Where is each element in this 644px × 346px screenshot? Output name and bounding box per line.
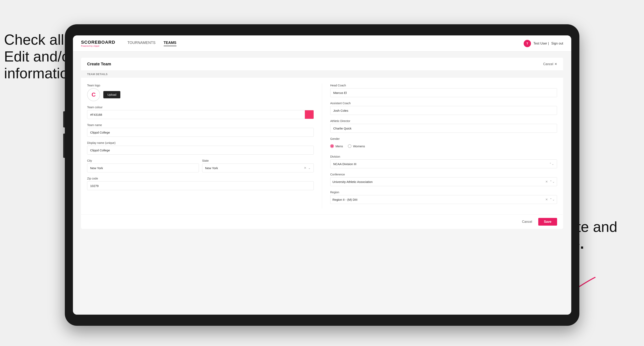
tablet-button-volume-down: [63, 134, 65, 158]
form-left: Team logo C Upload Team colour: [87, 84, 322, 208]
logo-upload-area: C Upload: [87, 88, 314, 101]
state-select[interactable]: New York ✕ ⌄: [202, 164, 314, 173]
chevron-down-icon: ⌄: [308, 166, 311, 170]
close-icon: ✕: [554, 62, 557, 66]
footer-cancel-button[interactable]: Cancel: [519, 218, 536, 226]
team-colour-input[interactable]: [87, 110, 305, 119]
team-colour-label: Team colour: [87, 106, 314, 109]
head-coach-label: Head Coach: [330, 84, 557, 87]
region-value: Region II - (M) DIII: [332, 198, 357, 201]
panel-footer: Cancel Save: [81, 214, 563, 229]
state-label: State: [202, 159, 314, 162]
nav-teams[interactable]: TEAMS: [164, 41, 176, 46]
nav-tournaments[interactable]: TOURNAMENTS: [128, 41, 156, 46]
navbar: SCOREBOARD Powered by clippd TOURNAMENTS…: [73, 35, 571, 52]
city-input[interactable]: [87, 164, 199, 173]
conference-select-controls: ✕ ⌃⌄: [545, 180, 555, 183]
logo-text: SCOREBOARD: [81, 40, 115, 45]
assistant-coach-label: Assistant Coach: [330, 102, 557, 105]
logo-sub: Powered by clippd: [81, 45, 115, 47]
state-group: State New York ✕ ⌄: [202, 159, 314, 173]
tablet-frame: SCOREBOARD Powered by clippd TOURNAMENTS…: [65, 24, 580, 326]
tablet-screen: SCOREBOARD Powered by clippd TOURNAMENTS…: [73, 35, 571, 315]
gender-womens-option[interactable]: Womens: [348, 144, 365, 148]
user-avatar: T: [524, 40, 531, 47]
head-coach-group: Head Coach: [330, 84, 557, 97]
form-body: Team logo C Upload Team colour: [81, 78, 563, 214]
zip-input[interactable]: [87, 181, 314, 190]
display-name-group: Display name (unique): [87, 141, 314, 155]
gender-radio-group: Mens Womens: [330, 142, 557, 151]
conference-label: Conference: [330, 173, 557, 176]
clear-region-icon[interactable]: ✕: [545, 198, 548, 201]
team-name-input[interactable]: [87, 128, 314, 137]
gender-mens-label: Mens: [336, 145, 343, 148]
head-coach-input[interactable]: [330, 88, 557, 97]
team-name-group: Team name: [87, 123, 314, 137]
conference-select[interactable]: University Athletic Association ✕ ⌃⌄: [330, 177, 557, 186]
division-value: NCAA Division III: [333, 162, 356, 166]
upload-button[interactable]: Upload: [103, 91, 120, 98]
athletic-director-label: Athletic Director: [330, 119, 557, 123]
conference-chevron-icon: ⌃⌄: [550, 180, 555, 183]
conference-value: University Athletic Association: [332, 180, 372, 183]
cancel-header-button[interactable]: Cancel ✕: [543, 62, 557, 66]
state-select-controls: ✕ ⌄: [304, 166, 311, 170]
gender-mens-option[interactable]: Mens: [330, 144, 343, 148]
sign-out-link[interactable]: Sign out: [551, 42, 563, 45]
tablet-button-volume-up: [63, 111, 65, 128]
gender-group: Gender Mens Womens: [330, 137, 557, 151]
logo-area: SCOREBOARD Powered by clippd: [81, 40, 115, 47]
color-input-row: [87, 110, 314, 119]
athletic-director-input[interactable]: [330, 124, 557, 133]
gender-womens-label: Womens: [353, 145, 365, 148]
team-logo-group: Team logo C Upload: [87, 84, 314, 101]
assistant-coach-input[interactable]: [330, 106, 557, 115]
form-right: Head Coach Assistant Coach Athletic Dire…: [322, 84, 557, 208]
panel-title: Create Team: [87, 62, 111, 66]
clear-conference-icon[interactable]: ✕: [545, 180, 548, 183]
clear-state-icon[interactable]: ✕: [304, 166, 306, 170]
region-group: Region Region II - (M) DIII ✕ ⌃⌄: [330, 191, 557, 204]
nav-items: TOURNAMENTS TEAMS: [128, 41, 524, 46]
region-select[interactable]: Region II - (M) DIII ✕ ⌃⌄: [330, 195, 557, 204]
division-label: Division: [330, 155, 557, 158]
conference-group: Conference University Athletic Associati…: [330, 173, 557, 186]
assistant-coach-group: Assistant Coach: [330, 102, 557, 115]
save-button[interactable]: Save: [538, 218, 557, 226]
team-logo-label: Team logo: [87, 84, 314, 87]
create-team-panel: Create Team Cancel ✕ TEAM DETAILS Team l…: [81, 58, 563, 229]
division-group: Division NCAA Division III ⌃⌄: [330, 155, 557, 168]
zip-label: Zip code: [87, 177, 314, 180]
gender-womens-radio[interactable]: [348, 144, 352, 148]
region-select-controls: ✕ ⌃⌄: [545, 198, 555, 201]
zip-group: Zip code: [87, 177, 314, 190]
city-label: City: [87, 159, 199, 162]
athletic-director-group: Athletic Director: [330, 119, 557, 133]
user-name: Test User |: [534, 42, 549, 45]
region-select-left: Region II - (M) DIII: [332, 198, 357, 201]
color-swatch[interactable]: [305, 110, 314, 119]
conference-select-left: University Athletic Association: [332, 180, 372, 183]
nav-right: T Test User | Sign out: [524, 40, 563, 47]
main-content: Create Team Cancel ✕ TEAM DETAILS Team l…: [73, 52, 571, 315]
team-name-label: Team name: [87, 123, 314, 127]
division-select[interactable]: NCAA Division III ⌃⌄: [330, 160, 557, 168]
gender-mens-radio[interactable]: [330, 144, 334, 148]
section-header: TEAM DETAILS: [81, 71, 563, 78]
display-name-input[interactable]: [87, 146, 314, 155]
gender-label: Gender: [330, 137, 557, 141]
team-colour-group: Team colour: [87, 106, 314, 119]
region-chevron-icon: ⌃⌄: [550, 198, 555, 201]
city-group: City: [87, 159, 199, 173]
city-state-row: City State New York ✕ ⌄: [87, 159, 314, 173]
display-name-label: Display name (unique): [87, 141, 314, 145]
panel-header: Create Team Cancel ✕: [81, 58, 563, 71]
logo-circle: C: [87, 88, 100, 101]
division-chevron-icon: ⌃⌄: [549, 162, 554, 166]
region-label: Region: [330, 191, 557, 194]
state-select-value: New York: [205, 166, 218, 170]
